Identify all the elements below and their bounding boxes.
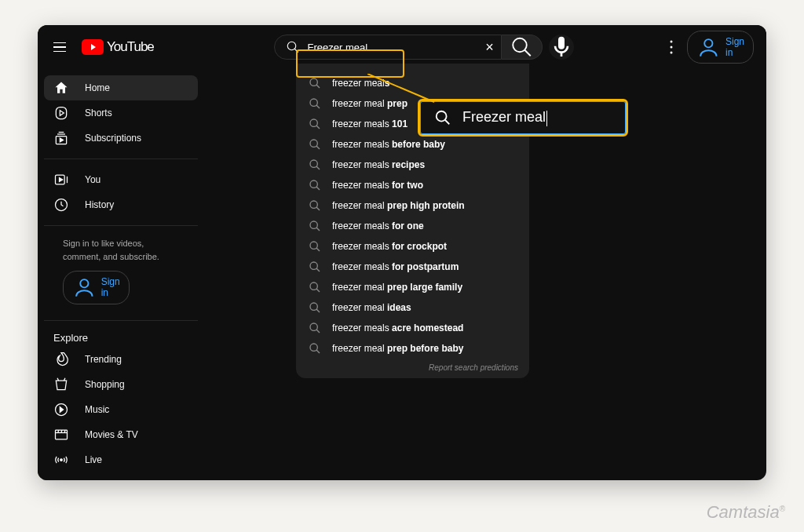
search-icon xyxy=(309,240,321,253)
sidebar-item-you[interactable]: You xyxy=(44,167,198,192)
sidebar-item-label: Gaming xyxy=(85,479,118,480)
search-input[interactable] xyxy=(308,42,482,53)
search-icon xyxy=(309,342,321,355)
svg-point-14 xyxy=(80,279,88,287)
search-icon xyxy=(309,322,321,334)
suggestion-text: freezer meals for one xyxy=(332,220,424,231)
trending-icon xyxy=(53,352,69,367)
suggestion-item[interactable]: freezer meals for postpartum xyxy=(296,257,529,277)
suggestion-item[interactable]: freezer meals acre homestead xyxy=(296,318,529,338)
logo-text: YouTube xyxy=(107,39,154,55)
svg-point-2 xyxy=(513,38,527,53)
sidebar-item-trending[interactable]: Trending xyxy=(44,347,198,372)
search-icon xyxy=(309,159,321,171)
sidebar-item-label: Music xyxy=(85,404,109,415)
search-box[interactable]: × xyxy=(274,35,502,60)
sidebar-item-label: History xyxy=(85,199,114,210)
svg-line-1 xyxy=(294,49,298,53)
sidebar-item-label: Movies & TV xyxy=(85,429,138,440)
suggestion-item[interactable]: freezer meals for two xyxy=(296,175,529,195)
svg-line-54 xyxy=(316,228,320,231)
svg-point-4 xyxy=(671,40,673,42)
sidebar-item-history[interactable]: History xyxy=(44,192,198,217)
suggestion-text: freezer meal prep large family xyxy=(332,282,462,293)
shopping-icon xyxy=(53,377,69,392)
sidebar-item-label: Home xyxy=(85,82,110,93)
signin-button-header[interactable]: Sign in xyxy=(687,31,754,64)
svg-line-62 xyxy=(316,309,320,312)
signin-prompt: Sign in to like videos, comment, and sub… xyxy=(44,234,198,312)
search-icon xyxy=(286,40,300,54)
svg-line-66 xyxy=(316,350,320,353)
svg-point-68 xyxy=(437,111,447,122)
settings-menu-icon[interactable] xyxy=(662,38,681,56)
music-icon xyxy=(53,402,69,417)
search-icon xyxy=(309,138,321,151)
search-icon xyxy=(309,77,321,89)
svg-point-49 xyxy=(310,180,317,188)
sidebar: HomeShortsSubscriptions YouHistory Sign … xyxy=(38,69,204,480)
sidebar-item-label: Shopping xyxy=(85,379,125,390)
suggestion-item[interactable]: freezer meal prep high protein xyxy=(296,195,529,216)
svg-point-39 xyxy=(310,78,317,86)
suggestion-item[interactable]: freezer meals for crockpot xyxy=(296,236,529,257)
search-icon xyxy=(309,301,321,314)
sidebar-item-subscriptions[interactable]: Subscriptions xyxy=(44,126,198,151)
svg-rect-8 xyxy=(56,107,66,119)
suggestion-item[interactable]: freezer meal ideas xyxy=(296,297,529,318)
suggestion-item[interactable]: freezer meals before baby xyxy=(296,134,529,155)
signin-prompt-text: Sign in to like videos, comment, and sub… xyxy=(63,237,179,263)
svg-line-56 xyxy=(316,248,320,251)
svg-line-19 xyxy=(61,430,62,432)
shorts-icon xyxy=(53,105,69,121)
sidebar-item-shorts[interactable]: Shorts xyxy=(44,100,198,126)
report-predictions-link[interactable]: Report search predictions xyxy=(296,359,529,373)
svg-line-58 xyxy=(316,268,320,271)
search-icon xyxy=(309,97,321,110)
sidebar-item-movies-tv[interactable]: Movies & TV xyxy=(44,422,198,447)
sidebar-item-home[interactable]: Home xyxy=(44,75,198,100)
search-icon xyxy=(309,281,321,293)
search-icon xyxy=(309,261,321,273)
suggestion-item[interactable]: freezer meals xyxy=(296,73,529,93)
you-icon xyxy=(53,172,69,188)
svg-line-60 xyxy=(316,289,320,292)
sidebar-item-label: Trending xyxy=(85,354,122,365)
suggestion-text: freezer meals for two xyxy=(332,180,423,191)
svg-point-51 xyxy=(310,201,317,208)
signin-button-sidebar[interactable]: Sign in xyxy=(63,271,130,304)
sidebar-item-gaming[interactable]: Gaming xyxy=(44,472,198,480)
svg-point-61 xyxy=(310,303,317,310)
sidebar-item-label: Subscriptions xyxy=(85,133,141,144)
clear-search-icon[interactable]: × xyxy=(482,39,498,55)
svg-line-3 xyxy=(524,50,531,56)
suggestion-text: freezer meals 101 xyxy=(332,118,407,129)
callout-text: Freezer meal xyxy=(462,109,546,125)
suggestion-item[interactable]: freezer meal prep large family xyxy=(296,277,529,297)
svg-point-47 xyxy=(310,160,317,167)
svg-point-0 xyxy=(287,42,296,50)
svg-point-43 xyxy=(310,119,317,126)
suggestion-text: freezer meals recipes xyxy=(332,159,425,170)
history-icon xyxy=(53,197,69,213)
suggestion-item[interactable]: freezer meals recipes xyxy=(296,155,529,175)
suggestion-text: freezer meals for postpartum xyxy=(332,261,459,272)
suggestion-text: freezer meal prep xyxy=(332,98,407,109)
hamburger-menu[interactable] xyxy=(50,38,69,56)
sidebar-item-music[interactable]: Music xyxy=(44,397,198,422)
svg-point-41 xyxy=(310,99,317,106)
svg-point-53 xyxy=(310,221,317,228)
suggestion-text: freezer meals before baby xyxy=(332,139,445,150)
svg-point-57 xyxy=(310,262,317,269)
voice-search-button[interactable] xyxy=(549,35,574,60)
suggestion-item[interactable]: freezer meal prep before baby xyxy=(296,338,529,359)
svg-point-6 xyxy=(671,51,673,53)
suggestion-item[interactable]: freezer meals for one xyxy=(296,216,529,236)
sidebar-item-shopping[interactable]: Shopping xyxy=(44,372,198,397)
search-button[interactable] xyxy=(502,35,543,60)
search-icon xyxy=(309,199,321,212)
sidebar-item-live[interactable]: Live xyxy=(44,447,198,472)
sidebar-item-label: Live xyxy=(85,454,102,465)
youtube-logo[interactable]: YouTube xyxy=(82,39,154,55)
svg-line-69 xyxy=(445,120,450,125)
